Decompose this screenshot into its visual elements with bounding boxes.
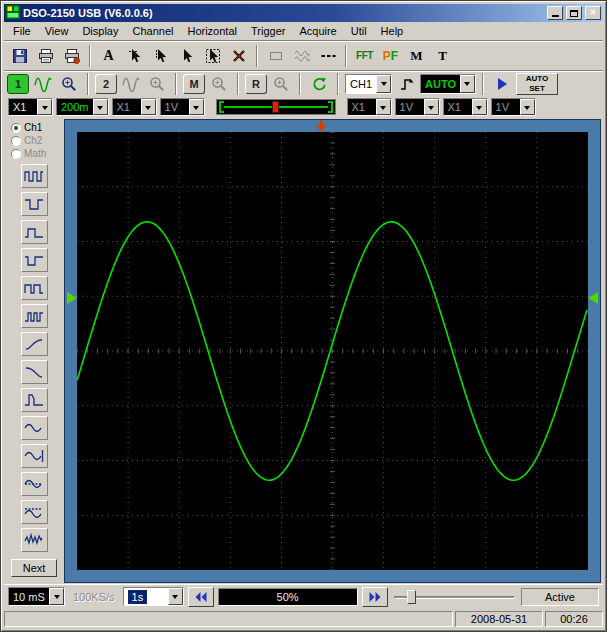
ch1-zoom-icon[interactable] bbox=[57, 74, 81, 94]
menu-display[interactable]: Display bbox=[75, 23, 125, 39]
horizontal-position-widget[interactable] bbox=[216, 99, 336, 115]
minimize-button[interactable] bbox=[547, 6, 563, 20]
dropdown-arrow-icon[interactable] bbox=[37, 99, 52, 115]
titlebar[interactable]: DSO-2150 USB (V6.0.0.6) × bbox=[4, 4, 603, 22]
dropdown-arrow-icon[interactable] bbox=[376, 99, 391, 115]
radio-icon[interactable] bbox=[11, 136, 21, 146]
trigger-source-select[interactable]: CH1 bbox=[345, 74, 392, 94]
channel-select-ch2[interactable]: Ch2 bbox=[6, 134, 62, 147]
ch1-volts-div-select[interactable]: 200m bbox=[56, 98, 109, 116]
window-timebase-select[interactable]: 1s bbox=[123, 587, 184, 606]
menu-channel[interactable]: Channel bbox=[125, 23, 180, 39]
measure-peak-peak[interactable] bbox=[21, 444, 48, 468]
text-label-button[interactable]: T bbox=[430, 44, 455, 68]
dropdown-arrow-icon[interactable] bbox=[460, 75, 475, 93]
trigger-position-thumb[interactable] bbox=[272, 101, 279, 113]
print-setup-button[interactable] bbox=[59, 44, 84, 68]
vertical-cursor-button[interactable] bbox=[148, 44, 173, 68]
maximize-button[interactable] bbox=[566, 6, 582, 20]
menu-view[interactable]: View bbox=[38, 23, 76, 39]
fft-button[interactable]: FFT bbox=[352, 44, 377, 68]
baseline-button[interactable] bbox=[315, 44, 340, 68]
math-zoom-icon[interactable] bbox=[207, 74, 231, 94]
measure-duty-cycle[interactable] bbox=[21, 276, 48, 300]
dropdown-arrow-icon[interactable] bbox=[49, 588, 64, 605]
menu-trigger[interactable]: Trigger bbox=[244, 23, 292, 39]
dropdown-arrow-icon[interactable] bbox=[168, 588, 183, 605]
math-probe-select[interactable]: X1 bbox=[347, 98, 392, 116]
measure-mean[interactable] bbox=[21, 500, 48, 524]
dropdown-arrow-icon[interactable] bbox=[141, 99, 156, 115]
ch2-probe-select[interactable]: X1 bbox=[112, 98, 157, 116]
ref-volts-div-select[interactable]: 1V bbox=[491, 98, 536, 116]
trigger-slope-icon[interactable] bbox=[394, 74, 418, 94]
scroll-left-button[interactable] bbox=[188, 587, 214, 607]
position-slider[interactable] bbox=[392, 588, 517, 606]
menu-horizontal[interactable]: Horizontal bbox=[180, 23, 244, 39]
ch1-button[interactable]: 1 bbox=[7, 74, 29, 94]
refresh-icon[interactable] bbox=[307, 74, 331, 94]
ref-probe-select[interactable]: X1 bbox=[443, 98, 488, 116]
ch1-waveform-icon[interactable] bbox=[31, 74, 55, 94]
ch2-volts-div-select[interactable]: 1V bbox=[160, 98, 205, 116]
zone-button[interactable] bbox=[263, 44, 288, 68]
compare-waveform-button[interactable] bbox=[289, 44, 314, 68]
measure-amplitude[interactable] bbox=[21, 416, 48, 440]
text-annotation-button[interactable]: A bbox=[96, 44, 121, 68]
run-play-icon[interactable] bbox=[490, 74, 514, 94]
next-page-button[interactable]: Next bbox=[11, 559, 57, 577]
math-volts-div-select[interactable]: 1V bbox=[395, 98, 440, 116]
measure-rise-time[interactable] bbox=[21, 332, 48, 356]
menu-acquire[interactable]: Acquire bbox=[292, 23, 343, 39]
dropdown-arrow-icon[interactable] bbox=[424, 99, 439, 115]
dropdown-arrow-icon[interactable] bbox=[189, 99, 204, 115]
print-button[interactable] bbox=[33, 44, 58, 68]
scroll-right-button[interactable] bbox=[362, 587, 388, 607]
horizontal-cursor-button[interactable] bbox=[122, 44, 147, 68]
autoset-button[interactable]: AUTO SET bbox=[516, 73, 558, 95]
slider-thumb[interactable] bbox=[407, 590, 416, 604]
radio-icon[interactable] bbox=[11, 149, 21, 159]
channel-label: Ch1 bbox=[24, 122, 42, 133]
arrow-cursor-button[interactable] bbox=[174, 44, 199, 68]
dropdown-arrow-icon[interactable] bbox=[93, 99, 108, 115]
measure-button[interactable]: M bbox=[404, 44, 429, 68]
trigger-level-marker-right[interactable] bbox=[588, 292, 598, 304]
channel-select-math[interactable]: Math bbox=[6, 147, 62, 160]
measure-rms[interactable] bbox=[21, 472, 48, 496]
scope-display[interactable] bbox=[77, 132, 588, 570]
dropdown-arrow-icon[interactable] bbox=[472, 99, 487, 115]
dropdown-arrow-icon[interactable] bbox=[520, 99, 535, 115]
math-button[interactable]: M bbox=[183, 74, 205, 94]
ch2-waveform-icon[interactable] bbox=[119, 74, 143, 94]
pass-fail-button[interactable]: PF bbox=[378, 44, 403, 68]
trigger-mode-select[interactable]: AUTO bbox=[420, 74, 476, 94]
trigger-position-marker[interactable] bbox=[316, 121, 326, 132]
timebase-value: 10 mS bbox=[9, 588, 49, 605]
save-button[interactable] bbox=[7, 44, 32, 68]
select-cursor-button[interactable] bbox=[200, 44, 225, 68]
ref-zoom-icon[interactable] bbox=[269, 74, 293, 94]
measure-pos-width[interactable] bbox=[21, 220, 48, 244]
measure-neg-width[interactable] bbox=[21, 248, 48, 272]
trigger-level-marker-left[interactable] bbox=[67, 292, 77, 304]
ch2-button[interactable]: 2 bbox=[95, 74, 117, 94]
measure-frequency[interactable] bbox=[21, 164, 48, 188]
menu-help[interactable]: Help bbox=[374, 23, 411, 39]
ch2-zoom-icon[interactable] bbox=[145, 74, 169, 94]
ch1-probe-select[interactable]: X1 bbox=[8, 98, 53, 116]
menu-file[interactable]: File bbox=[6, 23, 38, 39]
ref-button[interactable]: R bbox=[245, 74, 267, 94]
measure-period[interactable] bbox=[21, 192, 48, 216]
dropdown-arrow-icon[interactable] bbox=[376, 75, 391, 93]
channel-select-ch1[interactable]: Ch1 bbox=[6, 121, 62, 134]
measure-fall-time[interactable] bbox=[21, 360, 48, 384]
radio-icon[interactable] bbox=[11, 123, 21, 133]
measure-noise[interactable] bbox=[21, 528, 48, 552]
clear-cursor-button[interactable] bbox=[226, 44, 251, 68]
menu-util[interactable]: Util bbox=[344, 23, 374, 39]
timebase-select[interactable]: 10 mS bbox=[8, 587, 65, 606]
measure-overshoot[interactable] bbox=[21, 388, 48, 412]
measure-pos-pulses[interactable] bbox=[21, 304, 48, 328]
close-button[interactable]: × bbox=[585, 6, 601, 20]
